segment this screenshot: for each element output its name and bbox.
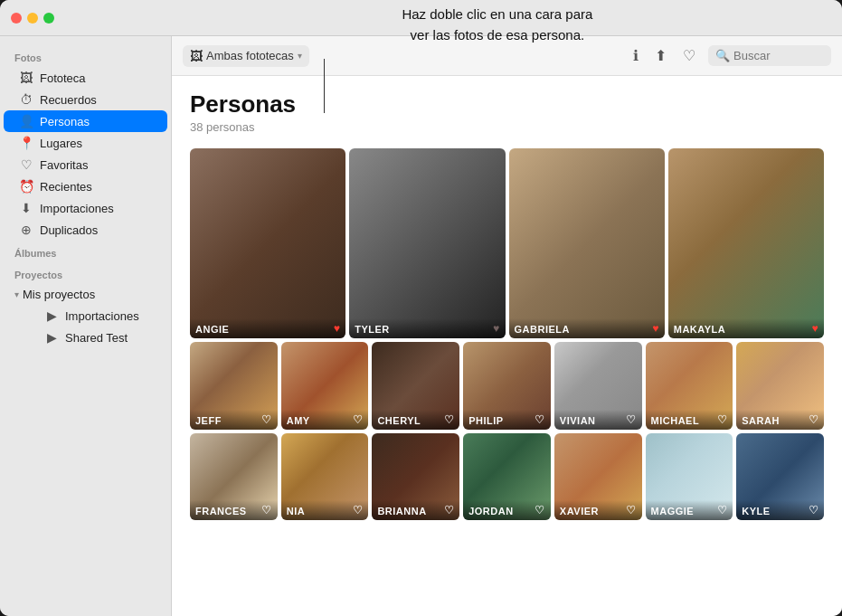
nia-heart-icon: ♡ <box>353 504 364 516</box>
toolbar: 🖼 Ambas fototecas ▾ ℹ ⬆ ♡ 🔍 <box>172 36 842 76</box>
person-frances-label: Frances ♡ <box>190 500 278 520</box>
xavier-heart-icon: ♡ <box>626 504 637 516</box>
person-jordan-label: Jordan ♡ <box>463 500 551 520</box>
person-card-frances[interactable]: Frances ♡ <box>190 433 278 521</box>
person-tyler-label: TYLER ♥ <box>349 318 505 338</box>
sidebar-section-proyectos: Proyectos <box>0 262 171 284</box>
person-gabriela-label: GABRIELA ♥ <box>509 318 665 338</box>
toolbar-right: ℹ ⬆ ♡ 🔍 <box>629 43 831 68</box>
library-selector-chevron: ▾ <box>298 51 302 61</box>
person-card-angie[interactable]: ANGIE ♥ <box>190 148 345 338</box>
info-button[interactable]: ℹ <box>629 43 642 68</box>
person-jeff-label: Jeff ♡ <box>190 410 278 430</box>
person-michael-label: Michael ♡ <box>646 410 733 430</box>
person-card-michael[interactable]: Michael ♡ <box>646 342 733 430</box>
title-bar <box>0 0 842 36</box>
sarah-heart-icon: ♡ <box>809 413 819 426</box>
person-vivian-label: Vivian ♡ <box>554 410 642 430</box>
persons-grid-row3: Frances ♡ Nia ♡ Brianna ♡ <box>190 433 824 521</box>
cheryl-heart-icon: ♡ <box>444 413 455 426</box>
sidebar-item-recientes[interactable]: ⏰ Recientes <box>4 175 167 197</box>
jeff-heart-icon: ♡ <box>261 413 272 426</box>
frances-heart-icon: ♡ <box>261 504 272 516</box>
makayla-heart-icon: ♥ <box>811 322 818 335</box>
sidebar-item-favoritas[interactable]: ♡ Favoritas <box>4 154 167 175</box>
person-sarah-label: Sarah ♡ <box>736 410 824 430</box>
recuerdos-icon: ⏱ <box>18 92 34 107</box>
person-card-philip[interactable]: Philip ♡ <box>463 342 551 430</box>
content-scroll: Personas 38 personas ANGIE ♥ TYLER ♥ <box>172 76 842 616</box>
sidebar: Fotos 🖼 Fototeca ⏱ Recuerdos 👤 Personas … <box>0 36 172 616</box>
sidebar-section-fotos: Fotos <box>0 45 171 67</box>
sidebar-item-personas[interactable]: 👤 Personas <box>4 110 167 132</box>
sidebar-item-fototeca[interactable]: 🖼 Fototeca <box>4 67 167 89</box>
person-card-cheryl[interactable]: Cheryl ♡ <box>372 342 459 430</box>
person-brianna-label: Brianna ♡ <box>372 500 459 520</box>
person-cheryl-label: Cheryl ♡ <box>372 410 459 430</box>
maximize-button[interactable] <box>43 13 54 24</box>
sidebar-item-importaciones[interactable]: ⬇ Importaciones <box>4 197 167 219</box>
jordan-heart-icon: ♡ <box>535 504 545 516</box>
maggie-heart-icon: ♡ <box>717 504 728 516</box>
tooltip-pointer-line <box>324 59 325 113</box>
person-card-maggie[interactable]: Maggie ♡ <box>646 433 733 521</box>
favoritas-icon: ♡ <box>18 157 34 172</box>
person-philip-label: Philip ♡ <box>463 410 551 430</box>
person-card-xavier[interactable]: Xavier ♡ <box>554 433 642 521</box>
favorite-button[interactable]: ♡ <box>679 43 699 68</box>
person-angie-label: ANGIE ♥ <box>190 318 345 338</box>
duplicados-icon: ⊕ <box>18 223 34 237</box>
person-card-jordan[interactable]: Jordan ♡ <box>463 433 551 521</box>
person-card-gabriela[interactable]: GABRIELA ♥ <box>509 148 665 338</box>
importaciones-proj-icon: ▶ <box>43 308 60 323</box>
sidebar-item-recuerdos[interactable]: ⏱ Recuerdos <box>4 89 167 110</box>
vivian-heart-icon: ♡ <box>626 413 637 426</box>
sidebar-item-shared-test[interactable]: ▶ Shared Test <box>29 327 167 348</box>
sidebar-item-lugares[interactable]: 📍 Lugares <box>4 132 167 154</box>
person-card-nia[interactable]: Nia ♡ <box>281 433 369 521</box>
minimize-button[interactable] <box>27 13 38 24</box>
philip-heart-icon: ♡ <box>535 413 545 426</box>
recientes-icon: ⏰ <box>18 179 34 194</box>
search-input[interactable] <box>733 49 824 62</box>
person-card-makayla[interactable]: MAKAYLA ♥ <box>668 148 824 338</box>
persons-grid-row2: Jeff ♡ Amy ♡ Cheryl ♡ <box>190 342 824 430</box>
gabriela-heart-icon: ♥ <box>652 322 659 335</box>
app-window: Haz doble clic en una cara para ver las … <box>0 0 842 616</box>
person-maggie-label: Maggie ♡ <box>646 500 733 520</box>
person-makayla-label: MAKAYLA ♥ <box>668 318 824 338</box>
shared-test-icon: ▶ <box>43 330 60 345</box>
michael-heart-icon: ♡ <box>717 413 728 426</box>
sidebar-item-duplicados-label: Duplicados <box>40 223 98 237</box>
close-button[interactable] <box>11 13 22 24</box>
brianna-heart-icon: ♡ <box>444 504 455 516</box>
sidebar-item-recuerdos-label: Recuerdos <box>40 93 97 107</box>
sidebar-proyectos-sub: ▶ Importaciones ▶ Shared Test <box>0 305 171 348</box>
person-card-amy[interactable]: Amy ♡ <box>281 342 369 430</box>
sidebar-item-fototeca-label: Fototeca <box>40 71 86 85</box>
share-button[interactable]: ⬆ <box>651 43 670 68</box>
person-card-tyler[interactable]: TYLER ♥ <box>349 148 505 338</box>
search-icon: 🔍 <box>715 49 730 62</box>
person-nia-label: Nia ♡ <box>281 500 369 520</box>
sidebar-item-favoritas-label: Favoritas <box>40 158 88 172</box>
person-card-jeff[interactable]: Jeff ♡ <box>190 342 278 430</box>
person-card-brianna[interactable]: Brianna ♡ <box>372 433 459 521</box>
library-selector[interactable]: 🖼 Ambas fototecas ▾ <box>183 45 309 67</box>
sidebar-section-albumes: Álbumes <box>0 241 171 262</box>
person-card-vivian[interactable]: Vivian ♡ <box>554 342 642 430</box>
person-card-kyle[interactable]: Kyle ♡ <box>736 433 824 521</box>
sidebar-item-importaciones-proj[interactable]: ▶ Importaciones <box>29 305 167 327</box>
person-kyle-label: Kyle ♡ <box>736 500 824 520</box>
sidebar-item-importaciones-label: Importaciones <box>40 202 114 215</box>
lugares-icon: 📍 <box>18 136 34 150</box>
fototeca-icon: 🖼 <box>18 71 34 85</box>
page-title: Personas <box>190 90 824 118</box>
person-xavier-label: Xavier ♡ <box>554 500 642 520</box>
sidebar-mis-proyectos[interactable]: ▾ Mis proyectos <box>0 284 171 305</box>
sidebar-item-duplicados[interactable]: ⊕ Duplicados <box>4 219 167 241</box>
person-card-sarah[interactable]: Sarah ♡ <box>736 342 824 430</box>
main-layout: Fotos 🖼 Fototeca ⏱ Recuerdos 👤 Personas … <box>0 36 842 616</box>
search-box[interactable]: 🔍 <box>708 45 831 66</box>
library-icon: 🖼 <box>190 49 203 63</box>
